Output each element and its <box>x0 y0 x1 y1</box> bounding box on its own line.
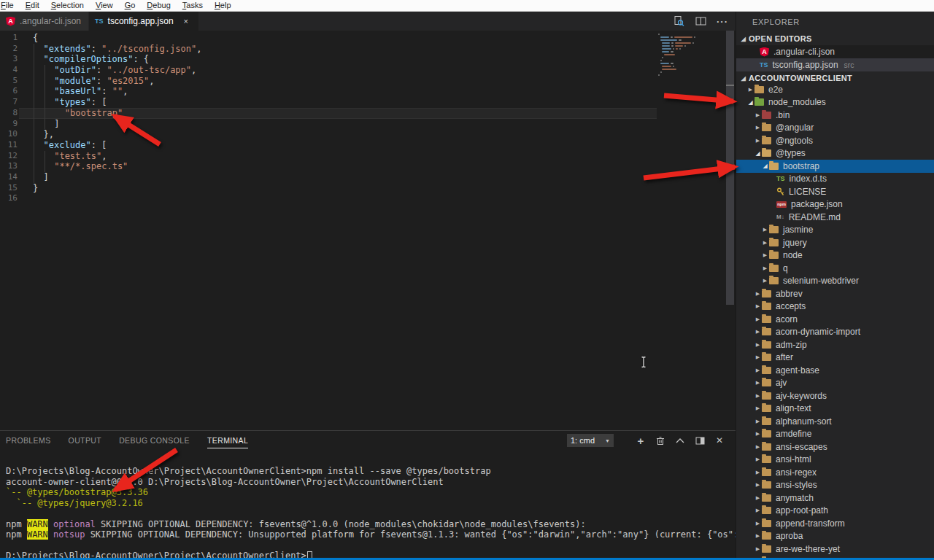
line-number: 8 <box>0 108 18 119</box>
code-line-7[interactable]: 7"types": [ <box>0 97 201 108</box>
menu-item-go[interactable]: Go <box>119 0 142 11</box>
terminal-shell-select[interactable]: 1: cmd ▼ <box>567 434 614 447</box>
new-terminal-icon[interactable]: + <box>635 435 647 446</box>
panel-tab-problems[interactable]: PROBLEMS <box>6 436 51 448</box>
open-editor--angular-cli-json[interactable]: A.angular-cli.json <box>736 45 934 58</box>
tree-item-alphanum-sort[interactable]: ▶alphanum-sort <box>736 415 934 428</box>
close-panel-icon[interactable]: ✕ <box>714 435 725 446</box>
file-icon-folder <box>762 303 771 310</box>
tree-item-e2e[interactable]: ▶e2e <box>736 83 934 96</box>
code-line-4[interactable]: 4"outDir": "../out-tsc/app", <box>0 65 201 76</box>
tree-item-node-modules[interactable]: ◢node_modules <box>736 96 934 109</box>
tree-item-node[interactable]: ▶node <box>736 249 934 262</box>
open-preview-icon[interactable] <box>673 15 684 27</box>
tree-item-acorn-dynamic-import[interactable]: ▶acorn-dynamic-import <box>736 326 934 339</box>
tree-item-ansi-html[interactable]: ▶ansi-html <box>736 454 934 467</box>
terminal-line <box>6 540 728 551</box>
menu-item-tasks[interactable]: Tasks <box>177 0 209 11</box>
terminal-output[interactable]: D:\Projects\Blog-AccountOwner\Project\Ac… <box>6 466 728 560</box>
panel-tab-debug-console[interactable]: DEBUG CONSOLE <box>119 436 190 448</box>
code-line-14[interactable]: 14] <box>0 172 201 183</box>
code-line-9[interactable]: 9] <box>0 119 201 130</box>
split-panel-icon[interactable] <box>694 435 706 446</box>
panel-tab-output[interactable]: OUTPUT <box>69 436 102 448</box>
tree-item-package-json[interactable]: npmpackage.json <box>736 198 934 211</box>
kill-terminal-icon[interactable] <box>655 435 666 446</box>
tree-item-LICENSE[interactable]: LICENSE <box>736 185 934 198</box>
minimap-line <box>658 36 717 38</box>
tab--angular-cli-json[interactable]: A.angular-cli.json <box>0 12 88 31</box>
tree-item-amdefine[interactable]: ▶amdefine <box>736 428 934 441</box>
expand-icon: ▶ <box>761 240 769 246</box>
tree-item-ajv-keywords[interactable]: ▶ajv-keywords <box>736 389 934 402</box>
tree-item--angular[interactable]: ▶@angular <box>736 122 934 135</box>
tree-item-README-md[interactable]: M↓README.md <box>736 211 934 224</box>
code-line-11[interactable]: 11"exclude": [ <box>0 140 201 151</box>
tree-item-adm-zip[interactable]: ▶adm-zip <box>736 338 934 351</box>
tree-item-agent-base[interactable]: ▶agent-base <box>736 364 934 377</box>
tree-item-index-d-ts[interactable]: TSindex.d.ts <box>736 173 934 186</box>
code-line-1[interactable]: 1{ <box>0 33 201 44</box>
tree-item-append-transform[interactable]: ▶append-transform <box>736 517 934 530</box>
tree-item-abbrev[interactable]: ▶abbrev <box>736 287 934 300</box>
folder-icon <box>769 252 779 259</box>
menu-item-edit[interactable]: Edit <box>20 0 45 11</box>
code-line-3[interactable]: 3"compilerOptions": { <box>0 54 201 65</box>
tree-item-q[interactable]: ▶q <box>736 262 934 275</box>
editor-scrollbar[interactable] <box>726 31 734 305</box>
tree-item-ansi-escapes[interactable]: ▶ansi-escapes <box>736 440 934 454</box>
open-editor-tsconfig-app-json[interactable]: TStsconfig.app.jsonsrc <box>736 58 934 71</box>
code-line-13[interactable]: 13"**/*.spec.ts" <box>0 161 201 172</box>
tab-tsconfig-app-json[interactable]: TStsconfig.app.json× <box>89 12 198 31</box>
code-line-2[interactable]: 2"extends": "../tsconfig.json", <box>0 44 201 55</box>
code-line-8[interactable]: 8"bootstrap" <box>0 108 201 119</box>
code-line-12[interactable]: 12"test.ts", <box>0 151 201 162</box>
workbench: A.angular-cli.jsonTStsconfig.app.json× ·… <box>0 12 934 558</box>
tree-item-aproba[interactable]: ▶aproba <box>736 530 934 543</box>
tree-item-ajv[interactable]: ▶ajv <box>736 377 934 390</box>
panel-tab-terminal[interactable]: TERMINAL <box>207 436 248 448</box>
tree-item-acorn[interactable]: ▶acorn <box>736 313 934 326</box>
tree-item-jasmine[interactable]: ▶jasmine <box>736 224 934 237</box>
menu-item-debug[interactable]: Debug <box>141 0 176 11</box>
tree-item-bootstrap[interactable]: ◢bootstrap <box>736 160 934 173</box>
tree-item-after[interactable]: ▶after <box>736 351 934 365</box>
menu-item-help[interactable]: Help <box>209 0 237 11</box>
minimap[interactable] <box>658 34 717 80</box>
tree-item-anymatch[interactable]: ▶anymatch <box>736 491 934 505</box>
menu-item-file[interactable]: File <box>0 0 20 11</box>
tree-item-ansi-styles[interactable]: ▶ansi-styles <box>736 479 934 492</box>
more-actions-icon[interactable]: ··· <box>717 16 728 27</box>
bottom-panel: PROBLEMSOUTPUTDEBUG CONSOLETERMINAL 1: c… <box>0 430 736 558</box>
tree-item--ngtools[interactable]: ▶@ngtools <box>736 134 934 147</box>
close-tab-icon[interactable]: × <box>181 17 191 26</box>
line-number: 5 <box>0 76 18 87</box>
code-editor[interactable]: 1{2"extends": "../tsconfig.json",3"compi… <box>0 31 736 430</box>
folder-icon <box>762 520 771 527</box>
expand-icon: ▶ <box>754 303 762 309</box>
tree-item--bin[interactable]: ▶.bin <box>736 109 934 122</box>
code-line-10[interactable]: 10}, <box>0 129 201 140</box>
tree-item-ansi-regex[interactable]: ▶ansi-regex <box>736 466 934 479</box>
code-line-6[interactable]: 6"baseUrl": "", <box>0 86 201 97</box>
maximize-panel-icon[interactable] <box>674 435 686 446</box>
tree-item-accepts[interactable]: ▶accepts <box>736 300 934 314</box>
expand-icon: ▶ <box>754 456 762 462</box>
tree-item-align-text[interactable]: ▶align-text <box>736 402 934 416</box>
code-line-15[interactable]: 15} <box>0 183 201 194</box>
code-line-5[interactable]: 5"module": "es2015", <box>0 76 201 87</box>
code-text: "exclude": [ <box>33 140 107 151</box>
open-editors-header[interactable]: ◢ OPEN EDITORS <box>736 32 934 45</box>
file-icon-md: M↓ <box>776 214 784 220</box>
file-icon-angular: A <box>6 17 15 26</box>
tree-item--types[interactable]: ◢@types <box>736 147 934 160</box>
tree-item-selenium-webdriver[interactable]: ▶selenium-webdriver <box>736 275 934 288</box>
menu-item-selection[interactable]: Selection <box>45 0 90 11</box>
tree-item-are-we-there-yet[interactable]: ▶are-we-there-yet <box>736 542 934 556</box>
menu-item-view[interactable]: View <box>90 0 119 11</box>
code-line-16[interactable]: 16 <box>0 193 201 204</box>
tree-item-jquery[interactable]: ▶jquery <box>736 236 934 249</box>
split-editor-icon[interactable] <box>695 15 706 27</box>
terminal-line: account-owner-client@0.0.0 D:\Projects\B… <box>6 477 728 488</box>
tree-item-app-root-path[interactable]: ▶app-root-path <box>736 505 934 518</box>
